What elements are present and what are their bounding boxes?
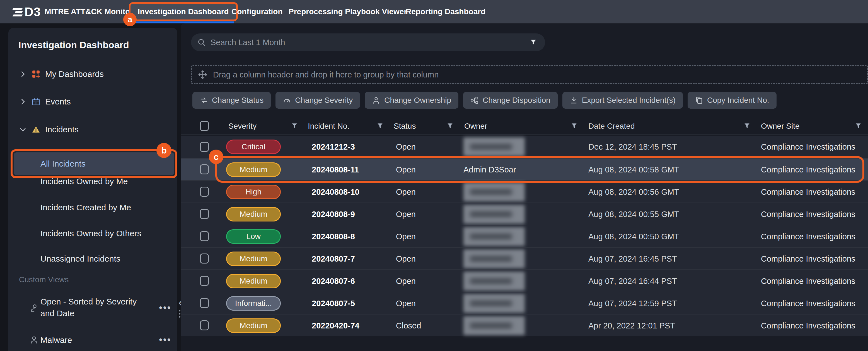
search-input[interactable] xyxy=(211,38,529,47)
nav-item-reporting-dashboard[interactable]: Reporting Dashboard xyxy=(406,0,486,24)
search-icon xyxy=(197,38,206,47)
table-row[interactable]: Medium 20220420-74 Closed Apr 20, 2022 1… xyxy=(181,314,868,336)
export-selected-incidents-button[interactable]: Export Selected Incident(s) xyxy=(562,92,683,109)
table-row[interactable]: Low 20240808-8 Open Aug 08, 2024 00:50 G… xyxy=(181,225,868,247)
table-row[interactable]: Medium 20240808-11 Open Admin D3Soar Aug… xyxy=(181,158,868,180)
sidebar-item-label: All Incidents xyxy=(40,159,86,169)
button-label: Export Selected Incident(s) xyxy=(582,96,676,105)
row-checkbox[interactable] xyxy=(200,276,209,286)
table-row[interactable]: Medium 20240807-7 Open Aug 07, 2024 16:4… xyxy=(181,247,868,269)
sidebar-item-incidents-owned-by-others[interactable]: Incidents Owned by Others xyxy=(40,229,142,238)
severity-badge: Medium xyxy=(226,163,281,177)
main-content: Drag a column header and drop it here to… xyxy=(181,24,868,351)
change-disposition-button[interactable]: Change Disposition xyxy=(463,92,558,109)
change-status-button[interactable]: Change Status xyxy=(192,92,271,109)
status-cell: Closed xyxy=(396,315,421,337)
change-severity-button[interactable]: Change Severity xyxy=(276,92,360,109)
date-created-cell: Aug 07, 2024 16:44 PST xyxy=(588,270,677,292)
copy-incident-no-button[interactable]: Copy Incident No. xyxy=(688,92,777,109)
owner-site-cell: Compliance Investigations xyxy=(761,159,856,181)
redacted-owner xyxy=(463,182,525,201)
severity-badge: Medium xyxy=(226,251,281,266)
date-created-cell: Apr 20, 2022 12:01 PST xyxy=(588,315,675,337)
d3-logo[interactable]: D3 xyxy=(13,5,41,19)
annotation-badge-a: a xyxy=(123,13,136,26)
sidebar-item-open-sorted-view[interactable]: Open - Sorted by Severity and Date xyxy=(40,296,136,319)
nav-item-investigation-dashboard[interactable]: Investigation Dashboard a xyxy=(129,2,238,21)
column-header-owner-site[interactable]: Owner Site xyxy=(761,117,800,135)
button-label: Change Severity xyxy=(295,96,353,105)
sidebar-item-incidents-owned-by-me[interactable]: Incidents Owned by Me xyxy=(40,177,128,186)
status-cell: Open xyxy=(396,225,416,248)
sidebar-item-incidents-created-by-me[interactable]: Incidents Created by Me xyxy=(40,203,131,212)
group-by-dropzone[interactable]: Drag a column header and drop it here to… xyxy=(191,65,868,84)
filter-funnel-icon[interactable] xyxy=(376,122,384,130)
incident-no-cell: 20240808-11 xyxy=(312,159,359,181)
sidebar-item-unassigned-incidents[interactable]: Unassigned Incidents xyxy=(40,254,120,264)
column-header-date-created[interactable]: Date Created xyxy=(588,117,635,135)
table-row[interactable]: Critical 20241212-3 Open Dec 12, 2024 18… xyxy=(181,136,868,158)
status-cell: Open xyxy=(396,248,416,270)
incident-no-cell: 20240808-8 xyxy=(312,225,355,248)
filter-funnel-icon[interactable] xyxy=(855,122,862,130)
row-checkbox[interactable] xyxy=(200,209,209,219)
row-checkbox[interactable] xyxy=(200,187,209,197)
sidebar-title: Investigation Dashboard xyxy=(19,40,129,50)
column-header-status[interactable]: Status xyxy=(394,117,416,135)
column-header-owner[interactable]: Owner xyxy=(464,117,487,135)
custom-view-label: and Date xyxy=(40,308,136,319)
annotation-b-outline: All Incidents b xyxy=(10,149,177,178)
chevron-down-icon xyxy=(19,126,27,134)
sidebar-section-label: Events xyxy=(45,97,71,106)
severity-badge: Medium xyxy=(226,274,281,288)
more-options-icon[interactable]: ••• xyxy=(159,334,172,345)
status-cell: Open xyxy=(396,159,416,181)
owner-site-cell: Compliance Investigations xyxy=(761,181,856,203)
table-row[interactable]: Medium 20240808-9 Open Aug 08, 2024 00:5… xyxy=(181,203,868,225)
sidebar-item-malware-view[interactable]: Malware xyxy=(40,334,72,346)
nav-item-configuration[interactable]: Configuration xyxy=(231,0,283,24)
status-cell: Open xyxy=(396,292,416,315)
sidebar-section-my-dashboards[interactable]: My Dashboards xyxy=(8,67,177,81)
sidebar-section-events[interactable]: Events xyxy=(8,95,177,109)
copy-icon xyxy=(695,96,703,104)
row-checkbox[interactable] xyxy=(200,142,209,152)
filter-funnel-icon[interactable] xyxy=(529,38,537,46)
row-checkbox[interactable] xyxy=(200,231,209,241)
more-options-icon[interactable]: ••• xyxy=(159,302,172,313)
date-created-cell: Aug 08, 2024 00:56 GMT xyxy=(588,181,679,203)
severity-badge: Medium xyxy=(226,318,281,333)
change-ownership-button[interactable]: Change Ownership xyxy=(365,92,458,109)
filter-funnel-icon[interactable] xyxy=(446,122,454,130)
column-header-severity[interactable]: Severity xyxy=(228,117,256,135)
table-header: Severity Incident No. Status Owner Date … xyxy=(181,117,868,135)
table-row[interactable]: Medium 20240807-6 Open Aug 07, 2024 16:4… xyxy=(181,269,868,292)
sidebar-section-incidents[interactable]: Incidents xyxy=(8,122,177,137)
status-cell: Open xyxy=(396,203,416,225)
change-severity-icon xyxy=(283,96,291,104)
filter-funnel-icon[interactable] xyxy=(291,122,298,130)
owner-site-cell: Compliance Investigations xyxy=(761,203,856,225)
incident-no-cell: 20240807-5 xyxy=(312,292,355,315)
row-checkbox[interactable] xyxy=(200,164,209,174)
nav-item-label: Investigation Dashboard xyxy=(138,7,229,16)
redacted-owner xyxy=(463,249,525,268)
row-checkbox[interactable] xyxy=(200,320,209,330)
filter-funnel-icon[interactable] xyxy=(570,122,578,130)
table-row[interactable]: High 20240808-10 Open Aug 08, 2024 00:56… xyxy=(181,180,868,203)
nav-item-preprocessing-playbook-viewer[interactable]: Preprocessing Playbook Viewer xyxy=(288,0,407,24)
filter-funnel-icon[interactable] xyxy=(743,122,751,130)
incident-no-cell: 20240807-7 xyxy=(312,248,355,270)
severity-badge: Informati... xyxy=(226,296,281,311)
row-checkbox[interactable] xyxy=(200,298,209,308)
sidebar-item-all-incidents[interactable]: All Incidents xyxy=(14,152,174,175)
row-checkbox[interactable] xyxy=(200,253,209,264)
select-all-checkbox[interactable] xyxy=(200,121,209,131)
button-label: Change Status xyxy=(212,96,264,105)
chevron-right-icon xyxy=(19,98,27,106)
table-row[interactable]: Informati... 20240807-5 Open Aug 07, 202… xyxy=(181,292,868,314)
nav-item-mitre-attck-monitor[interactable]: MITRE ATT&CK Monitor xyxy=(44,0,133,24)
redacted-owner xyxy=(463,316,525,335)
group-by-hint: Drag a column header and drop it here to… xyxy=(213,70,439,79)
column-header-incident-no[interactable]: Incident No. xyxy=(308,117,349,135)
